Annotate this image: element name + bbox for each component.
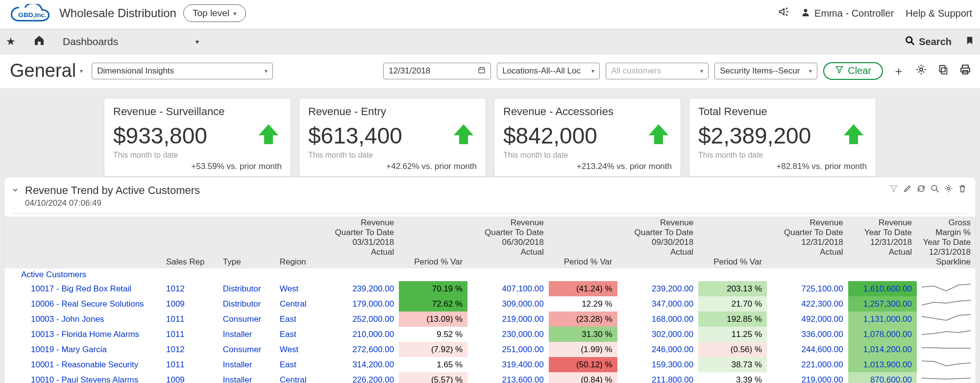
customer-link[interactable]: 10019 - Mary Garcia	[4, 342, 161, 357]
plus-icon[interactable]: ＋	[893, 63, 905, 79]
customer-link[interactable]: 10010 - Paul Stevens Alarms	[4, 372, 161, 383]
page-title: General	[10, 60, 76, 81]
star-icon[interactable]: ★	[6, 35, 16, 48]
q2-var: 70.19 %	[399, 281, 467, 296]
rep-link[interactable]: 1009	[161, 296, 218, 311]
dashboards-menu[interactable]: Dashboards ▾	[63, 36, 199, 48]
home-icon[interactable]	[33, 34, 45, 49]
panel-actions	[889, 184, 967, 195]
kpi-card[interactable]: Revenue - Entry $613,400 This month to d…	[299, 98, 486, 177]
q3-actual: 302,000.00	[617, 327, 699, 342]
customer-link[interactable]: 10006 - Real Secure Solutions	[4, 296, 161, 311]
customer-link[interactable]: 10001 - Reasonable Security	[4, 357, 161, 372]
rep-link[interactable]: 1009	[161, 372, 218, 383]
svg-point-16	[948, 188, 950, 190]
q3-actual: 246,000.00	[617, 342, 699, 357]
kpi-card[interactable]: Revenue - Surveillance $933,800 This mon…	[104, 98, 291, 177]
card-foot: +53.59% vs. prior month	[113, 162, 282, 171]
megaphone-icon[interactable]	[778, 6, 789, 20]
rep-link[interactable]: 1012	[161, 281, 218, 296]
security-select[interactable]: Security Items--Secur ▾	[714, 63, 817, 79]
logo[interactable]: GBD,Inc.	[8, 4, 52, 23]
sparkline	[917, 357, 976, 372]
q3-actual: 168,000.00	[617, 311, 699, 327]
gear-icon[interactable]	[915, 64, 927, 78]
customer-link[interactable]: 10017 - Big Red Box Retail	[4, 281, 161, 296]
type-link[interactable]: Consumer	[218, 311, 275, 327]
region-link[interactable]: East	[275, 357, 318, 372]
region-link[interactable]: West	[275, 342, 318, 357]
region-link[interactable]: Central	[275, 296, 318, 311]
svg-rect-9	[941, 68, 947, 74]
type-link[interactable]: Installer	[218, 327, 275, 342]
chevron-down-icon: ▾	[80, 68, 83, 74]
location-select[interactable]: Locations-All--All Loc ▾	[497, 63, 600, 79]
q4-var: 203.13 %	[698, 281, 767, 296]
print-icon[interactable]	[959, 64, 971, 78]
region-link[interactable]: East	[275, 327, 318, 342]
type-link[interactable]: Consumer	[218, 342, 275, 357]
copy-icon[interactable]	[938, 64, 949, 78]
rep-link[interactable]: 1012	[161, 342, 218, 357]
type-link[interactable]: Distributor	[218, 281, 275, 296]
calendar-icon	[478, 66, 486, 76]
region-link[interactable]: East	[275, 311, 318, 327]
trash-icon[interactable]	[958, 184, 967, 195]
search-icon[interactable]	[931, 184, 939, 195]
customers-select[interactable]: All customers ▾	[606, 63, 709, 79]
page-title-group[interactable]: General ▾	[10, 60, 83, 81]
chevron-down-icon: ▾	[233, 10, 237, 17]
pencil-icon[interactable]	[903, 184, 912, 195]
sparkline	[917, 342, 976, 357]
ytd-actual: 1,131,000.00	[848, 311, 917, 327]
kpi-card[interactable]: Revenue - Accessories $842,000 This mont…	[494, 98, 681, 177]
funnel-icon[interactable]	[889, 184, 898, 195]
dashboards-label: Dashboards	[63, 36, 118, 48]
gear-icon[interactable]	[944, 184, 953, 195]
q3-actual: 347,000.00	[617, 296, 699, 311]
date-value: 12/31/2018	[389, 66, 430, 76]
user-group[interactable]: Emma - Controller	[801, 7, 894, 20]
refresh-icon[interactable]	[917, 184, 926, 195]
table-row: 10013 - Florida Home Alarms 1011 Install…	[4, 327, 976, 342]
help-link[interactable]: Help & Support	[906, 8, 972, 19]
clear-button[interactable]: Clear	[823, 62, 883, 80]
ytd-actual: 1,014,200.00	[848, 342, 917, 357]
topbar-right: Emma - Controller Help & Support	[778, 6, 972, 20]
insight-value: Dimensional Insights	[97, 66, 174, 76]
customer-link[interactable]: 10013 - Florida Home Alarms	[4, 327, 161, 342]
ytd-actual: 1,610,600.00	[848, 281, 917, 296]
search-button[interactable]: Search	[905, 36, 952, 48]
type-link[interactable]: Installer	[218, 372, 275, 383]
region-link[interactable]: Central	[275, 372, 318, 383]
arrow-up-icon	[840, 121, 867, 150]
panel-timestamp: 04/10/2024 07:06:49	[25, 198, 200, 208]
rep-link[interactable]: 1011	[161, 311, 218, 327]
kpi-card[interactable]: Total Revenue $2,389,200 This month to d…	[689, 98, 876, 177]
rep-link[interactable]: 1011	[161, 327, 218, 342]
col-type: Type	[223, 257, 241, 266]
panel-title: Revenue Trend by Active Customers	[25, 184, 200, 197]
group-row[interactable]: Active Customers	[4, 268, 976, 281]
card-value: $933,800	[113, 122, 207, 149]
sparkline	[917, 296, 976, 311]
panel-header-left: Revenue Trend by Active Customers 04/10/…	[11, 184, 200, 208]
svg-point-8	[920, 68, 923, 71]
bookmark-icon[interactable]	[965, 35, 974, 48]
type-link[interactable]: Distributor	[218, 296, 275, 311]
card-value: $613,400	[308, 122, 402, 149]
top-level-selector[interactable]: Top level ▾	[183, 4, 246, 22]
date-select[interactable]: 12/31/2018	[383, 63, 491, 79]
table-row: 10010 - Paul Stevens Alarms 1009 Install…	[4, 372, 976, 383]
card-title: Total Revenue	[698, 105, 867, 118]
funnel-icon	[835, 65, 844, 76]
customer-link[interactable]: 10003 - John Jones	[4, 311, 161, 327]
region-link[interactable]: West	[275, 281, 318, 296]
svg-rect-10	[940, 65, 945, 72]
q3-actual: 159,300.00	[617, 357, 699, 372]
q1-actual: 252,000.00	[318, 311, 399, 327]
collapse-icon[interactable]	[11, 184, 19, 196]
type-link[interactable]: Installer	[218, 357, 275, 372]
insight-select[interactable]: Dimensional Insights ▾	[92, 63, 273, 79]
rep-link[interactable]: 1011	[161, 357, 218, 372]
